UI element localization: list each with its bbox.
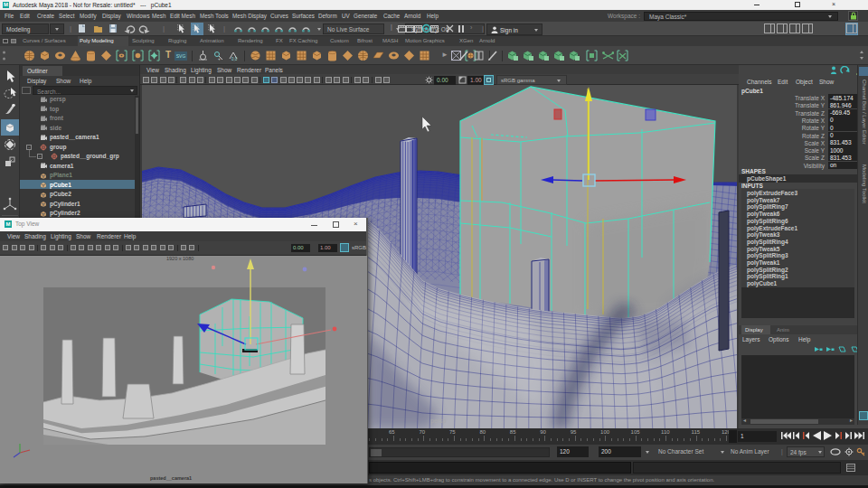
svg-text:+: + <box>218 56 221 61</box>
svg-text:1920 x 1080: 1920 x 1080 <box>166 256 193 261</box>
svg-text:persp: persp <box>430 418 447 425</box>
svg-text:pasted__camera1: pasted__camera1 <box>150 475 192 481</box>
svg-text:0,0: 0,0 <box>231 57 238 61</box>
